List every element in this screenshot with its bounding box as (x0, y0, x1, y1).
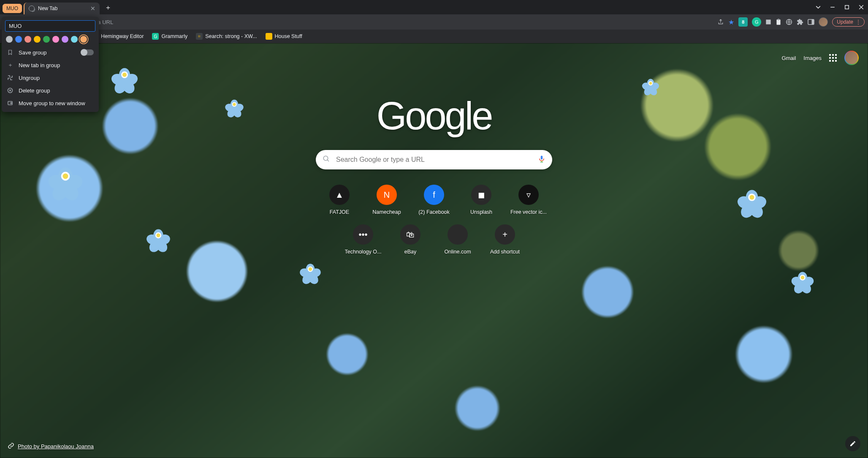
ntp-top-links: Gmail Images (781, 51, 859, 65)
menu-move-group[interactable]: Move group to new window (5, 97, 95, 109)
group-color-swatch[interactable] (6, 36, 13, 43)
google-logo: Google (377, 94, 492, 138)
ntp-center: Google ▲FATJOENNamecheapf(2) Facebook◼Un… (316, 94, 552, 258)
group-color-row (5, 32, 95, 46)
shortcut-tile[interactable]: ▿Free vector ic... (505, 181, 552, 218)
shortcut-tile[interactable]: 🛍eBay (387, 221, 434, 258)
tab-search-button[interactable] (811, 1, 825, 13)
shortcut-label: Technology O... (345, 249, 382, 255)
shortcut-icon: f (424, 185, 444, 205)
group-color-swatch[interactable] (15, 36, 22, 43)
shortcut-tile[interactable]: ◼Unsplash (458, 181, 505, 218)
group-name-input[interactable] (5, 20, 95, 32)
bookmark-item[interactable]: ⌗Search: strong - XW... (196, 33, 257, 40)
bookmark-item[interactable]: GGrammarly (152, 33, 187, 40)
account-avatar[interactable] (844, 51, 859, 65)
menu-label: Move group to new window (19, 100, 85, 106)
menu-new-tab-in-group[interactable]: ＋ New tab in group (5, 59, 95, 71)
extensions-icon[interactable] (797, 19, 803, 25)
minimize-button[interactable] (826, 1, 839, 13)
shortcut-tile[interactable]: +Add shortcut (481, 221, 529, 258)
bookmark-item[interactable]: House Stuff (266, 33, 302, 40)
titlebar: MUO New Tab ✕ ＋ (0, 0, 868, 14)
shortcut-tile[interactable]: NNamecheap (363, 181, 410, 218)
search-input[interactable] (336, 156, 532, 164)
shortcut-icon: ◼ (471, 185, 491, 205)
shortcut-icon: 🛍 (400, 224, 420, 245)
bookmark-label: House Stuff (275, 33, 302, 39)
profile-avatar-icon[interactable] (819, 17, 828, 27)
menu-delete-group[interactable]: Delete group (5, 84, 95, 97)
svg-rect-0 (845, 5, 849, 9)
update-button[interactable]: Update⋮ (832, 17, 865, 27)
group-color-swatch[interactable] (62, 36, 68, 43)
close-window-button[interactable] (854, 1, 868, 13)
svg-rect-10 (541, 156, 543, 160)
svg-rect-3 (778, 19, 780, 20)
menu-label: Delete group (19, 87, 50, 94)
maximize-button[interactable] (840, 1, 854, 13)
bookmark-favicon-icon: G (152, 33, 159, 40)
new-tab-page: Gmail Images Google ▲FATJOENNamecheapf(2… (0, 43, 868, 458)
shortcuts-row-1: ▲FATJOENNamecheapf(2) Facebook◼Unsplash▿… (316, 181, 552, 218)
extension-globe-icon[interactable] (786, 19, 792, 25)
save-group-toggle[interactable] (81, 49, 94, 55)
shortcut-tile[interactable]: Online.com (434, 221, 481, 258)
bookmark-item[interactable]: HHemingway Editor (92, 33, 144, 40)
link-icon (8, 442, 14, 450)
photo-credit-link[interactable]: Photo by Papanikolaou Joanna (18, 443, 94, 450)
extension-clipboard-icon[interactable] (776, 19, 781, 25)
images-link[interactable]: Images (803, 55, 822, 61)
group-color-swatch[interactable] (52, 36, 59, 43)
shortcut-label: Online.com (444, 249, 471, 255)
tab-group-pill[interactable]: MUO (3, 4, 22, 13)
extension-generic-1-icon[interactable] (765, 19, 771, 25)
menu-label: Ungroup (19, 75, 40, 81)
share-icon[interactable] (717, 19, 724, 25)
shortcut-icon: ••• (353, 224, 373, 245)
bookmark-outline-icon (7, 49, 14, 56)
search-box[interactable] (316, 150, 552, 169)
shortcut-tile[interactable]: f(2) Facebook (410, 181, 458, 218)
shortcut-icon (448, 224, 468, 245)
extension-grammarly-icon[interactable]: G (752, 17, 761, 27)
bookmark-star-icon[interactable]: ★ (728, 18, 734, 26)
shortcut-tile[interactable]: ▲FATJOE (316, 181, 363, 218)
shortcut-label: eBay (404, 249, 417, 255)
group-color-swatch[interactable] (80, 36, 87, 43)
group-color-swatch[interactable] (24, 36, 31, 43)
shortcut-label: Add shortcut (490, 249, 520, 255)
shortcut-tile[interactable]: •••Technology O... (339, 221, 387, 258)
extension-8-icon[interactable]: 8 (738, 17, 748, 27)
menu-save-group[interactable]: Save group (5, 46, 95, 59)
google-apps-icon[interactable] (829, 54, 837, 62)
menu-ungroup[interactable]: Ungroup (5, 71, 95, 84)
svg-rect-6 (812, 19, 814, 25)
bookmark-label: Hemingway Editor (101, 33, 144, 39)
side-panel-icon[interactable] (808, 19, 814, 25)
group-color-swatch[interactable] (71, 36, 78, 43)
delete-icon (7, 87, 14, 94)
tab-favicon-icon (29, 5, 35, 11)
shortcuts-row-2: •••Technology O...🛍eBayOnline.com+Add sh… (339, 221, 529, 258)
shortcut-icon: ▿ (518, 185, 539, 205)
tab-close-icon[interactable]: ✕ (90, 5, 95, 12)
bookmark-label: Search: strong - XW... (205, 33, 257, 39)
shortcut-icon: ▲ (329, 185, 350, 205)
pencil-icon (849, 440, 856, 447)
gmail-link[interactable]: Gmail (781, 55, 796, 61)
tab-new-tab[interactable]: New Tab ✕ (24, 3, 100, 14)
photo-credit: Photo by Papanikolaou Joanna (8, 442, 94, 450)
voice-search-icon[interactable] (538, 154, 545, 165)
ungroup-icon (7, 74, 14, 81)
group-color-swatch[interactable] (34, 36, 41, 43)
new-tab-button[interactable]: ＋ (102, 2, 114, 14)
tab-group-menu: Save group ＋ New tab in group Ungroup De… (2, 17, 99, 112)
group-color-swatch[interactable] (43, 36, 50, 43)
customize-button[interactable] (845, 436, 860, 451)
bookmark-label: Grammarly (161, 33, 187, 39)
shortcut-label: Unsplash (470, 209, 492, 215)
window-controls (811, 0, 868, 14)
shortcut-icon: N (377, 185, 397, 205)
plus-icon: ＋ (7, 62, 14, 68)
